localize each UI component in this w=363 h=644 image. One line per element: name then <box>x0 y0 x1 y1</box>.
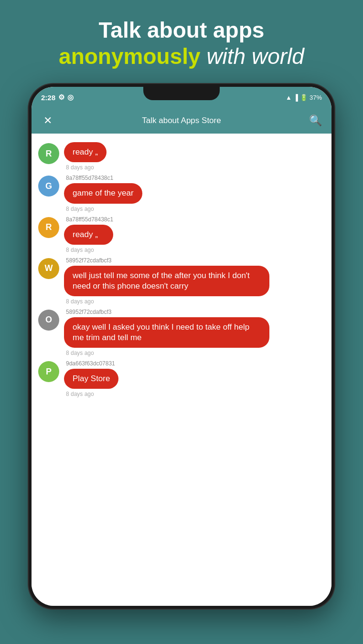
close-button[interactable]: ✕ <box>39 112 56 129</box>
search-icon: 🔍 <box>309 114 322 127</box>
phone-frame: 2:28 ⚙ ◎ ▲ ▐ 🔋 37% ✕ Talk about Apps Sto… <box>29 84 334 609</box>
notch <box>143 87 220 100</box>
app-bar: ✕ Talk about Apps Store 🔍 <box>32 108 331 134</box>
user-id: 8a78ff55d78438c1 <box>66 216 113 223</box>
chat-message: Rready „8 days ago <box>38 142 325 171</box>
user-id: 58952f72cdafbcf3 <box>66 309 269 315</box>
settings-icon: ⚙ <box>58 93 64 102</box>
message-bubble: Play Store <box>64 369 118 389</box>
time: 2:28 <box>41 93 55 102</box>
message-content: 8a78ff55d78438c1ready „8 days ago <box>64 216 113 253</box>
user-id: 58952f72cdafbcf3 <box>66 257 269 264</box>
message-timestamp: 8 days ago <box>66 206 142 212</box>
signal-icon: ◎ <box>67 93 74 102</box>
message-bubble: game of the year <box>64 183 142 203</box>
avatar: O <box>38 310 59 331</box>
search-button[interactable]: 🔍 <box>307 112 324 129</box>
status-bar: 2:28 ⚙ ◎ ▲ ▐ 🔋 37% <box>32 87 331 108</box>
phone-inner: 2:28 ⚙ ◎ ▲ ▐ 🔋 37% ✕ Talk about Apps Sto… <box>32 87 331 606</box>
chat-area: Rready „8 days agoG8a78ff55d78438c1game … <box>32 134 331 606</box>
avatar: W <box>38 258 59 279</box>
signal-bars: ▐ <box>294 94 298 101</box>
message-bubble: ready „ <box>64 225 113 245</box>
close-icon: ✕ <box>43 114 52 127</box>
chat-message: R8a78ff55d78438c1ready „8 days ago <box>38 216 325 253</box>
message-content: 9da663f63dc07831Play Store8 days ago <box>64 360 118 397</box>
message-timestamp: 8 days ago <box>66 298 269 305</box>
message-bubble: ready „ <box>64 142 107 162</box>
message-timestamp: 8 days ago <box>66 247 113 253</box>
status-left: 2:28 ⚙ ◎ <box>41 93 74 102</box>
message-content: 58952f72cdafbcf3well just tell me some o… <box>64 257 269 305</box>
avatar: R <box>38 143 59 164</box>
status-right: ▲ ▐ 🔋 37% <box>286 94 322 101</box>
message-timestamp: 8 days ago <box>66 391 118 397</box>
avatar: G <box>38 176 59 197</box>
header-subtitle: anonymously with world <box>59 43 304 70</box>
avatar: P <box>38 361 59 382</box>
header-section: Talk about apps anonymously with world <box>40 17 323 70</box>
app-bar-title: Talk about Apps Store <box>56 116 307 125</box>
battery-pct: 37% <box>310 94 322 101</box>
battery-icon: 🔋 <box>300 94 308 101</box>
header-title: Talk about apps <box>59 17 304 43</box>
header-anon: anonymously <box>59 44 201 69</box>
message-timestamp: 8 days ago <box>66 350 269 356</box>
avatar: R <box>38 217 59 238</box>
wifi-icon: ▲ <box>286 94 292 101</box>
message-timestamp: 8 days ago <box>66 164 107 171</box>
user-id: 9da663f63dc07831 <box>66 360 118 367</box>
chat-message: W58952f72cdafbcf3well just tell me some … <box>38 257 325 305</box>
message-content: 58952f72cdafbcf3okay well I asked you th… <box>64 309 269 356</box>
message-bubble: well just tell me some of the after you … <box>64 266 269 296</box>
chat-message: P9da663f63dc07831Play Store8 days ago <box>38 360 325 397</box>
user-id: 8a78ff55d78438c1 <box>66 175 142 181</box>
message-content: 8a78ff55d78438c1game of the year8 days a… <box>64 175 142 212</box>
message-bubble: okay well I asked you think I need to ta… <box>64 317 269 348</box>
chat-message: O58952f72cdafbcf3okay well I asked you t… <box>38 309 325 356</box>
message-content: ready „8 days ago <box>64 142 107 171</box>
header-world: with world <box>206 44 304 69</box>
chat-message: G8a78ff55d78438c1game of the year8 days … <box>38 175 325 212</box>
